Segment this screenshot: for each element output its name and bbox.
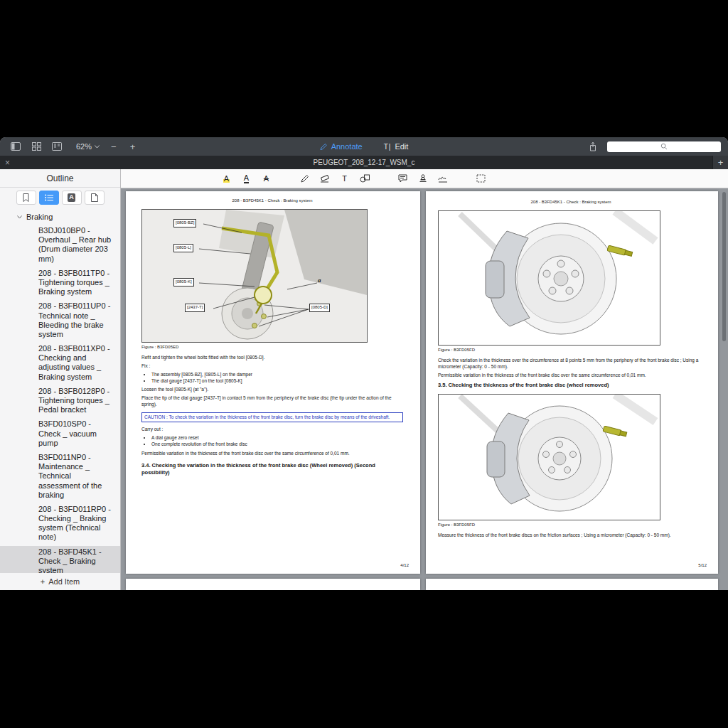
paragraph: Loosen the tool [0805-K] (at "a").: [141, 387, 403, 393]
chevron-down-icon: [95, 145, 100, 149]
select-area-icon[interactable]: [475, 173, 487, 185]
bookmark-icon: [23, 193, 29, 202]
pen-icon[interactable]: [299, 173, 311, 185]
outline-item[interactable]: 208 - B3FB011UP0 - Technical note _ Blee…: [0, 300, 120, 341]
outline-tree: Braking B3DJ010BP0 - Overhaul _ Rear hub…: [0, 208, 120, 573]
page-thumbnail-icon: [91, 193, 98, 202]
annotate-pen-icon: [320, 143, 328, 151]
page-number: 5/12: [698, 563, 707, 567]
page-number: 4/12: [400, 563, 409, 567]
zoom-out-button[interactable]: −: [109, 142, 119, 151]
section-heading-3-4: 3.4. Checking the variation in the thick…: [141, 462, 403, 476]
brake-disc-figure-2: [438, 394, 660, 520]
figure-caption: Figure : B3FD05FD: [438, 348, 704, 352]
paragraph: Measure the thickness of the front brake…: [438, 532, 704, 539]
outline-item[interactable]: 208 - B3FB011TP0 - Tightening torques _ …: [0, 267, 120, 299]
zoom-in-button[interactable]: +: [128, 142, 138, 151]
next-page-partial: [126, 579, 420, 590]
share-icon[interactable]: [587, 141, 599, 152]
sidebar-tab-thumbnails[interactable]: [85, 191, 105, 205]
sidebar-tab-annotations[interactable]: A: [62, 191, 82, 205]
zoom-level-dropdown[interactable]: 62%: [76, 142, 100, 151]
underline-icon[interactable]: A: [240, 173, 252, 185]
page-header: 208 - B3FD45K1 - Check : Braking system: [141, 198, 403, 203]
toolbar-right-group: [587, 141, 728, 152]
outline-item[interactable]: 208 - B3FB011XP0 - Checking and adjustin…: [0, 343, 120, 383]
paragraph: Refit and tighten the wheel bolts fitted…: [141, 355, 403, 361]
sidebar-title: Outline: [0, 169, 120, 188]
outline-item[interactable]: B3FD011NP0 - Maintenance _ Technical ass…: [0, 451, 120, 501]
reading-view-icon[interactable]: [51, 141, 63, 152]
outline-item[interactable]: 208 - B3FB0128P0 - Tightening torques _ …: [0, 385, 120, 417]
text-tool-icon[interactable]: T: [338, 173, 350, 185]
next-page-partial: [426, 579, 718, 590]
brake-disc-drawing: [439, 395, 660, 520]
annotate-label: Annotate: [331, 142, 363, 151]
main-toolbar: 62% − + Annotate T| Edit: [0, 137, 728, 156]
edit-mode-button[interactable]: T| Edit: [384, 142, 409, 151]
mode-switcher: Annotate T| Edit: [320, 137, 409, 156]
search-input[interactable]: [607, 141, 721, 152]
figure-caption: Figure : B3FD05FD: [438, 523, 704, 527]
new-tab-button[interactable]: +: [712, 156, 728, 169]
pdf-app-window: 62% − + Annotate T| Edit ×: [0, 137, 728, 590]
paragraph: Permissible variation in the thickness o…: [438, 373, 704, 379]
note-comment-icon[interactable]: [397, 173, 409, 185]
highlight-icon[interactable]: A: [220, 173, 232, 185]
selection-tool-group: [475, 173, 487, 185]
shapes-icon[interactable]: [358, 173, 370, 185]
bullet-item: The assembly [0805-BZ], [0805-L] on the …: [151, 372, 403, 378]
annotate-mode-button[interactable]: Annotate: [320, 142, 363, 151]
bullet-item: A dial gauge zero reset: [151, 435, 403, 441]
section-heading-3-5: 3.5. Checking the thickness of the front…: [438, 382, 704, 389]
sidebar-tab-outline[interactable]: [39, 191, 59, 205]
figure-caption: Figure : B3FD05ED: [141, 345, 403, 349]
outline-item[interactable]: B3DJ010BP0 - Overhaul _ Rear hub (Drum d…: [0, 225, 120, 265]
sidebar-tab-group: A: [0, 188, 120, 208]
stamp-tool-group: [397, 173, 449, 185]
bullet-item: One complete revolution of the front bra…: [151, 441, 403, 447]
document-viewport[interactable]: 208 - B3FD45K1 - Check : Braking system: [121, 188, 728, 590]
plus-icon: +: [41, 577, 45, 586]
content-area: Outline A: [0, 169, 728, 590]
thumbnails-grid-icon[interactable]: [31, 141, 42, 152]
figure-label-0805-D: [0805-D]: [309, 304, 330, 312]
eraser-icon[interactable]: [318, 173, 331, 185]
sidebar: Outline A: [0, 169, 121, 590]
chevron-down-icon: [17, 215, 22, 219]
outline-item-selected[interactable]: 208 - B3FD45K1 - Check _ Braking system: [0, 546, 120, 573]
pdf-page-5: 208 - B3FD45K1 - Check : Braking system: [426, 191, 718, 574]
paragraph: Check the variation in the thickness ove…: [438, 358, 704, 370]
stamp-icon[interactable]: [417, 173, 429, 185]
annotations-icon: A: [68, 193, 75, 202]
carry-out-bullet-list: A dial gauge zero reset One complete rev…: [141, 435, 403, 448]
outline-item[interactable]: 208 - B3FD011RP0 - Checking _ Braking sy…: [0, 503, 120, 544]
brake-disc-drawing: [439, 211, 660, 345]
paragraph: Place the tip of the dial gauge [2437-T]…: [141, 395, 403, 408]
toolbar-left-group: 62% − +: [0, 141, 137, 152]
annotation-toolbar: A A A T: [121, 169, 728, 188]
brake-tool-figure: [0805-BZ] [0805-L] [0805-K] [2437-T] [08…: [141, 209, 368, 343]
figure-label-0805-K: [0805-K]: [173, 278, 194, 287]
outline-root-braking[interactable]: Braking: [0, 210, 120, 225]
tab-close-button[interactable]: ×: [5, 159, 10, 167]
sidebar-toggle-icon[interactable]: [10, 141, 21, 152]
add-item-button[interactable]: + Add Item: [0, 573, 120, 590]
page-header: 208 - B3FD45K1 - Check : Braking system: [438, 200, 704, 204]
brake-assembly-drawing: [142, 210, 367, 342]
outline-root-label: Braking: [26, 213, 53, 221]
markup-tool-group: A A A: [220, 173, 272, 185]
zoom-level-value: 62%: [76, 142, 92, 151]
vertical-scrollbar[interactable]: [722, 192, 726, 341]
outline-list-icon: [45, 194, 53, 201]
strikethrough-icon[interactable]: A: [260, 173, 272, 185]
sidebar-tab-bookmarks[interactable]: [16, 191, 36, 205]
figure-annotation-a: a: [318, 277, 321, 284]
document-tab[interactable]: PEUGEOT_208_12-17_WSM_c: [0, 159, 728, 166]
caution-box: CAUTION : To check the variation in the …: [141, 412, 403, 422]
pdf-page-4: 208 - B3FD45K1 - Check : Braking system: [126, 191, 420, 574]
drawing-tool-group: T: [299, 173, 370, 185]
outline-item[interactable]: B3FD010SP0 - Check _ vacuum pump: [0, 418, 120, 449]
brake-disc-figure-1: [438, 210, 660, 346]
signature-icon[interactable]: [437, 173, 449, 185]
